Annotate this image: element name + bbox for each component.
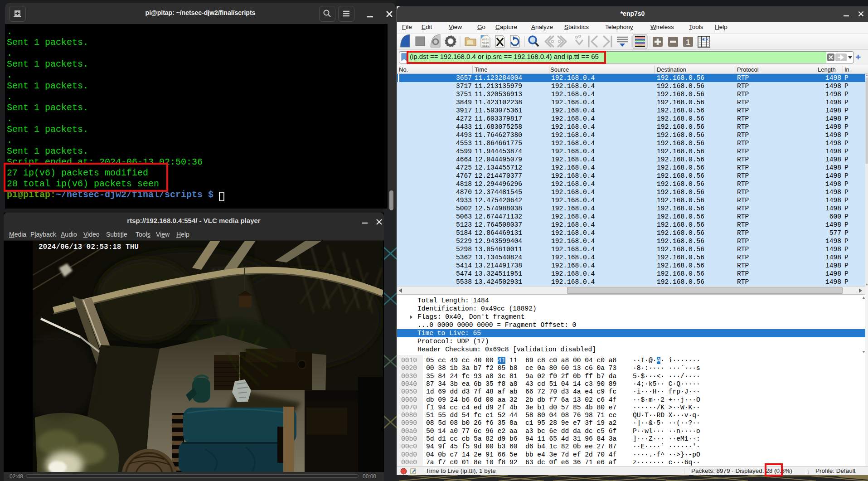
svg-text:0101: 0101 — [482, 38, 489, 41]
svg-text:1: 1 — [686, 38, 690, 47]
svg-text:0111: 0111 — [482, 44, 489, 48]
svg-text:0110: 0110 — [482, 41, 489, 44]
